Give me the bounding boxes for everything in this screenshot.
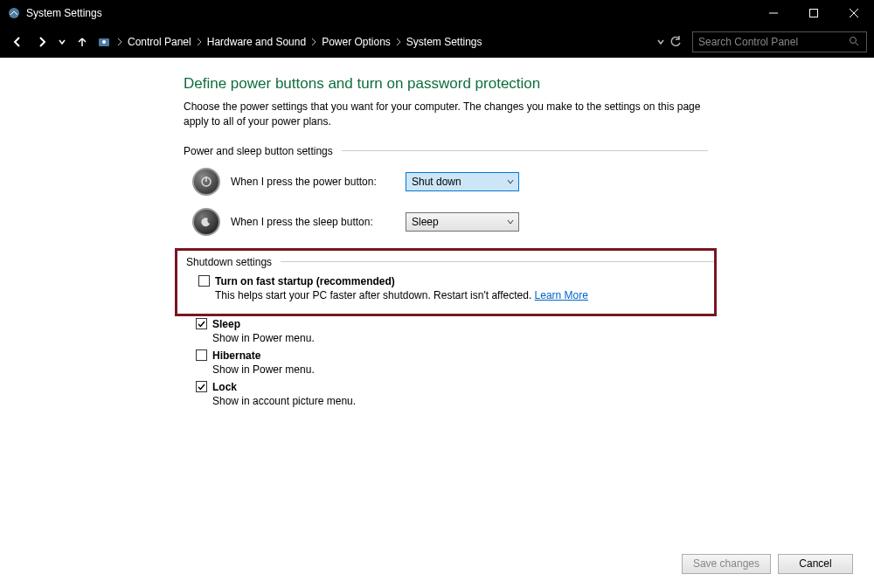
search-placeholder: Search Control Panel	[698, 36, 849, 48]
item-hibernate: Hibernate Show in Power menu.	[196, 349, 708, 376]
item-sleep: Sleep Show in Power menu.	[196, 318, 708, 344]
back-button[interactable]	[7, 31, 28, 52]
page-title: Define power buttons and turn on passwor…	[184, 75, 708, 93]
chevron-right-icon	[115, 38, 124, 46]
highlight-fast-startup: Shutdown settings Turn on fast startup (…	[175, 248, 717, 316]
window-title: System Settings	[26, 7, 753, 19]
chevron-right-icon	[309, 38, 318, 46]
row-power-button: When I press the power button: Shut down	[192, 168, 708, 196]
navbar: Control Panel Hardware and Sound Power O…	[0, 26, 874, 58]
checkbox-fast-startup[interactable]	[198, 275, 210, 287]
address-dropdown[interactable]	[657, 38, 664, 45]
cancel-button[interactable]: Cancel	[778, 554, 853, 574]
refresh-button[interactable]	[669, 36, 682, 48]
item-lock: Lock Show in account picture menu.	[196, 381, 708, 407]
app-icon	[7, 6, 21, 20]
svg-point-7	[850, 38, 857, 44]
content: Define power buttons and turn on passwor…	[0, 58, 874, 588]
control-panel-icon	[96, 34, 112, 50]
svg-line-8	[856, 43, 858, 45]
sleep-button-value: Sleep	[412, 216, 439, 228]
section-shutdown-label: Shutdown settings	[186, 256, 272, 268]
power-button-label: When I press the power button:	[231, 176, 406, 188]
row-sleep-button: When I press the sleep button: Sleep	[192, 208, 708, 236]
save-button[interactable]: Save changes	[682, 554, 771, 574]
chevron-right-icon	[195, 38, 204, 46]
svg-point-0	[9, 8, 19, 18]
svg-rect-2	[810, 10, 818, 17]
crumb-power-options[interactable]: Power Options	[322, 36, 391, 48]
sleep-desc: Show in Power menu.	[212, 332, 708, 344]
search-icon	[849, 36, 861, 48]
up-button[interactable]	[72, 31, 93, 52]
minimize-button[interactable]	[753, 0, 794, 26]
svg-point-6	[102, 40, 106, 44]
lock-desc: Show in account picture menu.	[212, 395, 708, 407]
address-right-controls	[657, 36, 682, 48]
search-input[interactable]: Search Control Panel	[692, 31, 867, 52]
section-shutdown: Shutdown settings	[186, 256, 714, 268]
titlebar: System Settings	[0, 0, 874, 26]
power-icon	[192, 168, 220, 196]
window-controls	[753, 0, 874, 26]
power-button-value: Shut down	[412, 176, 461, 188]
window: System Settings Control Panel Hardware a…	[0, 0, 874, 588]
section-power-sleep-label: Power and sleep button settings	[184, 145, 333, 157]
forward-button[interactable]	[31, 31, 52, 52]
sleep-label: Sleep	[212, 318, 240, 330]
hibernate-label: Hibernate	[212, 349, 260, 362]
divider	[342, 150, 708, 151]
chevron-down-icon	[506, 176, 515, 187]
fast-startup-label: Turn on fast startup (recommended)	[215, 275, 395, 287]
footer: Save changes Cancel	[0, 545, 874, 588]
item-fast-startup: Turn on fast startup (recommended) This …	[198, 275, 714, 301]
checkbox-lock[interactable]	[196, 381, 207, 392]
power-button-combo[interactable]: Shut down	[406, 172, 519, 191]
checkbox-sleep[interactable]	[196, 318, 207, 329]
chevron-right-icon	[394, 38, 403, 46]
crumb-hardware-sound[interactable]: Hardware and Sound	[207, 36, 306, 48]
hibernate-desc: Show in Power menu.	[212, 363, 708, 376]
breadcrumb: Control Panel Hardware and Sound Power O…	[128, 36, 654, 48]
checkbox-hibernate[interactable]	[196, 349, 207, 361]
crumb-system-settings[interactable]: System Settings	[406, 36, 482, 48]
fast-startup-desc: This helps start your PC faster after sh…	[215, 289, 714, 301]
sleep-icon	[192, 208, 220, 236]
close-button[interactable]	[834, 0, 874, 26]
lock-label: Lock	[212, 381, 237, 393]
recent-dropdown[interactable]	[56, 31, 68, 52]
page-description: Choose the power settings that you want …	[184, 100, 708, 129]
chevron-down-icon	[506, 217, 515, 227]
learn-more-link[interactable]: Learn More	[535, 289, 588, 301]
sleep-button-label: When I press the sleep button:	[231, 216, 406, 228]
divider	[281, 261, 714, 262]
section-power-sleep: Power and sleep button settings	[184, 145, 708, 157]
crumb-control-panel[interactable]: Control Panel	[128, 36, 191, 48]
sleep-button-combo[interactable]: Sleep	[406, 212, 519, 232]
maximize-button[interactable]	[794, 0, 834, 26]
